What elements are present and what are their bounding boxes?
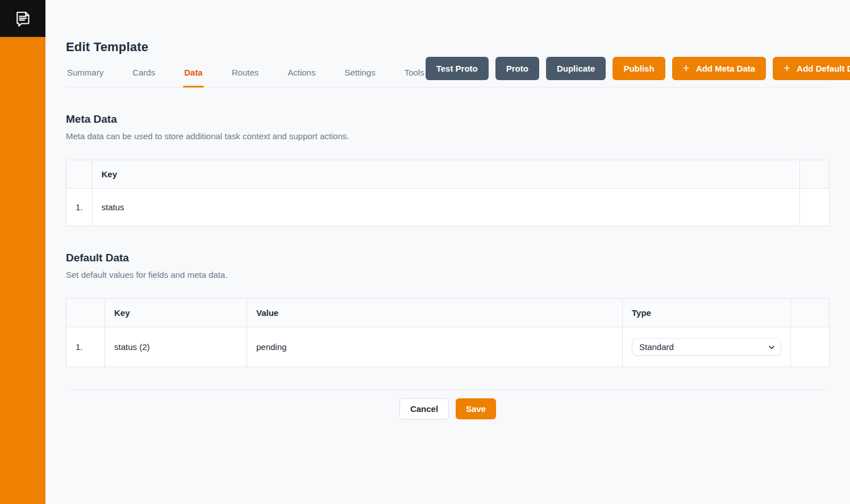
- app-logo[interactable]: [0, 0, 45, 37]
- save-button[interactable]: Save: [456, 398, 496, 419]
- sidebar: [0, 0, 45, 504]
- page-title: Edit Template: [66, 40, 830, 55]
- header-actions: Test Proto Proto Duplicate Publish + Add…: [426, 57, 850, 80]
- default-header-key: Key: [105, 299, 247, 327]
- meta-row-actions-cell: [800, 189, 830, 226]
- default-row-type-cell: Standard: [623, 327, 791, 367]
- meta-data-section-description: Meta data can be used to store additiona…: [66, 131, 830, 141]
- proto-button[interactable]: Proto: [495, 57, 539, 80]
- duplicate-label: Duplicate: [557, 64, 595, 73]
- main-content: Edit Template Summary Cards Data Routes …: [45, 0, 850, 504]
- tab-cards[interactable]: Cards: [131, 59, 156, 87]
- plus-icon: +: [784, 62, 790, 74]
- tab-summary[interactable]: Summary: [66, 59, 105, 87]
- footer-actions: Cancel Save: [66, 398, 830, 419]
- publish-label: Publish: [623, 64, 654, 73]
- footer-divider: [66, 390, 830, 390]
- tab-tools[interactable]: Tools: [403, 59, 426, 87]
- tab-data[interactable]: Data: [183, 59, 204, 87]
- cancel-button[interactable]: Cancel: [399, 398, 449, 419]
- meta-header-blank-right: [800, 160, 830, 189]
- tab-settings[interactable]: Settings: [343, 59, 376, 87]
- meta-row-key[interactable]: status: [92, 189, 799, 226]
- default-row-key[interactable]: status (2): [105, 327, 247, 367]
- add-meta-data-label: Add Meta Data: [696, 64, 755, 73]
- type-select[interactable]: Standard: [632, 338, 781, 356]
- meta-table-header-row: Key: [66, 160, 830, 189]
- default-row-index: 1.: [66, 327, 105, 367]
- tab-routes[interactable]: Routes: [231, 59, 260, 87]
- default-data-section-title: Default Data: [66, 252, 830, 264]
- type-select-wrapper: Standard: [632, 338, 781, 356]
- add-default-data-label: Add Default Data: [797, 64, 850, 73]
- publish-button[interactable]: Publish: [612, 57, 665, 80]
- table-row: 1. status: [66, 189, 830, 226]
- default-header-value: Value: [247, 299, 623, 327]
- default-header-type: Type: [623, 299, 791, 327]
- default-data-table: Key Value Type 1. status (2) pending Sta…: [66, 298, 830, 367]
- test-proto-label: Test Proto: [436, 64, 478, 73]
- default-header-blank-left: [66, 299, 105, 327]
- tabs-bar: Summary Cards Data Routes Actions Settin…: [66, 57, 830, 88]
- tab-list: Summary Cards Data Routes Actions Settin…: [66, 59, 426, 87]
- meta-header-key: Key: [92, 160, 799, 189]
- chat-document-icon: [13, 9, 33, 29]
- default-header-blank-right: [791, 299, 830, 327]
- table-row: 1. status (2) pending Standard: [66, 327, 830, 367]
- default-data-section-description: Set default values for fields and meta d…: [66, 270, 830, 280]
- add-default-data-button[interactable]: + Add Default Data: [773, 57, 850, 80]
- meta-header-blank-left: [66, 160, 93, 189]
- add-meta-data-button[interactable]: + Add Meta Data: [672, 57, 766, 80]
- meta-row-index: 1.: [66, 189, 93, 226]
- duplicate-button[interactable]: Duplicate: [546, 57, 606, 80]
- default-table-header-row: Key Value Type: [66, 299, 830, 327]
- test-proto-button[interactable]: Test Proto: [426, 57, 489, 80]
- proto-label: Proto: [506, 64, 528, 73]
- meta-data-section-title: Meta Data: [66, 113, 830, 126]
- meta-data-table: Key 1. status: [66, 160, 830, 226]
- tab-actions[interactable]: Actions: [286, 59, 316, 87]
- default-row-actions-cell: [791, 327, 830, 367]
- plus-icon: +: [683, 62, 690, 74]
- default-row-value[interactable]: pending: [247, 327, 623, 367]
